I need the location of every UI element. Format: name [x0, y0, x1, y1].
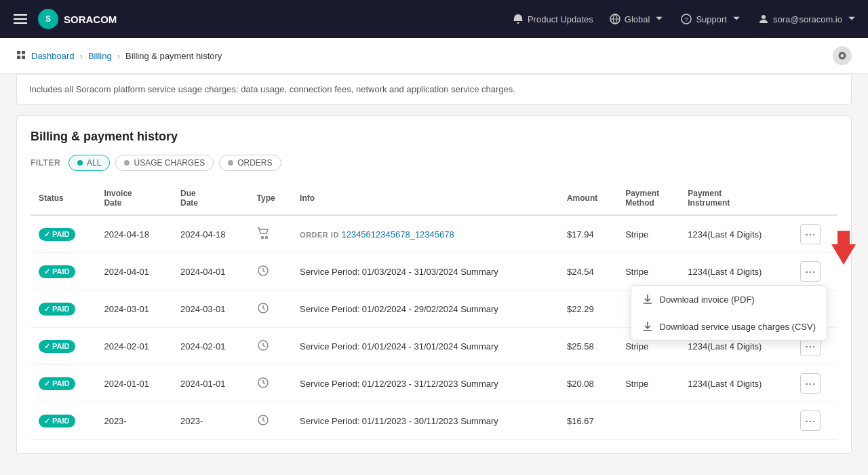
svg-point-3: [762, 15, 766, 19]
filter-orders[interactable]: ORDERS: [219, 155, 281, 171]
filter-usage-dot: [124, 160, 130, 166]
support-icon: ?: [681, 14, 692, 24]
svg-point-8: [261, 236, 263, 238]
row-info: Service Period: 01/02/2024 - 29/02/2024 …: [292, 290, 559, 328]
table-row: ✓ PAID2024-04-182024-04-18ORDER ID 12345…: [31, 215, 837, 253]
paid-badge: ✓ PAID: [39, 265, 75, 278]
svg-rect-7: [22, 56, 25, 59]
more-actions-button[interactable]: ⋯: [800, 411, 821, 431]
filter-orders-label: ORDERS: [237, 158, 272, 168]
col-info: Info: [292, 182, 559, 215]
filter-all-dot: [77, 160, 83, 166]
filter-all[interactable]: ALL: [68, 155, 110, 171]
row-amount: $22.29: [559, 290, 617, 328]
row-due-date: 2024-04-18: [172, 215, 249, 253]
main-content: Includes all Soracom platform service us…: [0, 74, 868, 470]
svg-rect-4: [17, 51, 20, 54]
user-nav[interactable]: sora@soracom.io: [758, 14, 857, 24]
actions-dropdown: Download invoice (PDF) Download service …: [631, 285, 828, 341]
global-nav[interactable]: Global: [610, 14, 665, 24]
breadcrumb-billing[interactable]: Billing: [88, 51, 112, 61]
logo-text: SORACOM: [64, 14, 117, 25]
row-due-date: 2024-02-01: [172, 328, 249, 365]
arrow-down-icon: [831, 244, 856, 265]
download-csv-item[interactable]: Download service usage charges (CSV): [631, 313, 827, 340]
hamburger-menu[interactable]: [11, 12, 30, 26]
filter-all-label: ALL: [87, 158, 101, 168]
arrow-shaft: [837, 231, 850, 244]
row-invoice-date: 2024-01-01: [96, 365, 172, 402]
download-pdf-item[interactable]: Download invoice (PDF): [631, 286, 827, 313]
row-type: [249, 215, 292, 253]
row-status: ✓ PAID: [31, 253, 96, 290]
global-chevron-icon: [654, 14, 665, 24]
col-status: Status: [31, 182, 96, 215]
col-type: Type: [249, 182, 292, 215]
service-icon: [257, 414, 269, 426]
svg-rect-5: [22, 51, 25, 54]
product-updates-nav[interactable]: Product Updates: [513, 14, 593, 24]
more-actions-button[interactable]: ⋯: [800, 373, 821, 394]
filter-label: FILTER: [31, 158, 60, 168]
header-nav: Product Updates Global ? Support sora@so…: [513, 14, 857, 24]
col-amount: Amount: [559, 182, 617, 215]
row-invoice-date: 2024-04-01: [96, 253, 172, 290]
row-info: Service Period: 01/01/2024 - 31/01/2024 …: [292, 328, 559, 365]
settings-button[interactable]: [833, 46, 852, 65]
global-label: Global: [625, 14, 650, 24]
service-icon: [257, 339, 269, 352]
bell-icon: [513, 14, 524, 24]
support-nav[interactable]: ? Support: [681, 14, 742, 24]
download-pdf-icon: [642, 294, 653, 305]
globe-icon: [610, 14, 620, 24]
breadcrumb-sep-1: ›: [80, 51, 83, 61]
row-amount: $17.94: [559, 215, 617, 253]
row-amount: $25.58: [559, 328, 617, 365]
svg-rect-6: [17, 56, 20, 59]
more-actions-button[interactable]: ⋯: [800, 261, 821, 282]
service-icon: [257, 265, 269, 277]
row-actions: ⋯: [792, 402, 837, 440]
filter-usage[interactable]: USAGE CHARGES: [115, 155, 214, 171]
paid-badge: ✓ PAID: [39, 303, 75, 316]
col-due-date: DueDate: [172, 182, 249, 215]
row-invoice-date: 2024-04-18: [96, 215, 172, 253]
row-status: ✓ PAID: [31, 402, 96, 440]
row-info: Service Period: 01/11/2023 - 30/11/2023 …: [292, 402, 559, 440]
paid-badge: ✓ PAID: [39, 377, 75, 390]
row-info: Service Period: 01/03/2024 - 31/03/2024 …: [292, 253, 559, 290]
paid-badge: ✓ PAID: [39, 228, 75, 241]
col-invoice-date: InvoiceDate: [96, 182, 172, 215]
support-label: Support: [696, 14, 727, 24]
svg-point-9: [265, 236, 267, 238]
support-chevron-icon: [731, 14, 742, 24]
breadcrumb: Dashboard › Billing › Billing & payment …: [0, 38, 868, 74]
row-status: ✓ PAID: [31, 365, 96, 402]
filter-orders-dot: [228, 160, 233, 166]
service-icon: [257, 302, 269, 314]
row-payment-method: Stripe: [617, 365, 679, 402]
col-actions: [792, 182, 837, 215]
product-updates-label: Product Updates: [528, 14, 593, 24]
row-type: [249, 402, 292, 440]
row-payment-instrument: [679, 402, 792, 440]
row-status: ✓ PAID: [31, 328, 96, 365]
row-due-date: 2024-04-01: [172, 253, 249, 290]
user-chevron-icon: [846, 14, 857, 24]
row-info: Service Period: 01/12/2023 - 31/12/2023 …: [292, 365, 559, 402]
user-label: sora@soracom.io: [773, 14, 842, 24]
more-actions-button[interactable]: ⋯: [800, 224, 821, 244]
row-type: [249, 290, 292, 328]
row-invoice-date: 2024-02-01: [96, 328, 172, 365]
logo-icon: S: [38, 9, 58, 29]
row-payment-instrument: 1234(Last 4 Digits): [679, 215, 792, 253]
row-amount: $20.08: [559, 365, 617, 402]
billing-title: Billing & payment history: [31, 130, 837, 144]
row-payment-method: Stripe: [617, 215, 679, 253]
breadcrumb-dashboard[interactable]: Dashboard: [31, 51, 75, 61]
order-id-value: 12345612345678_12345678: [341, 229, 454, 240]
order-id-label: ORDER ID: [300, 231, 341, 239]
row-due-date: 2024-01-01: [172, 365, 249, 402]
breadcrumb-current: Billing & payment history: [125, 51, 222, 61]
cart-icon: [257, 227, 269, 240]
